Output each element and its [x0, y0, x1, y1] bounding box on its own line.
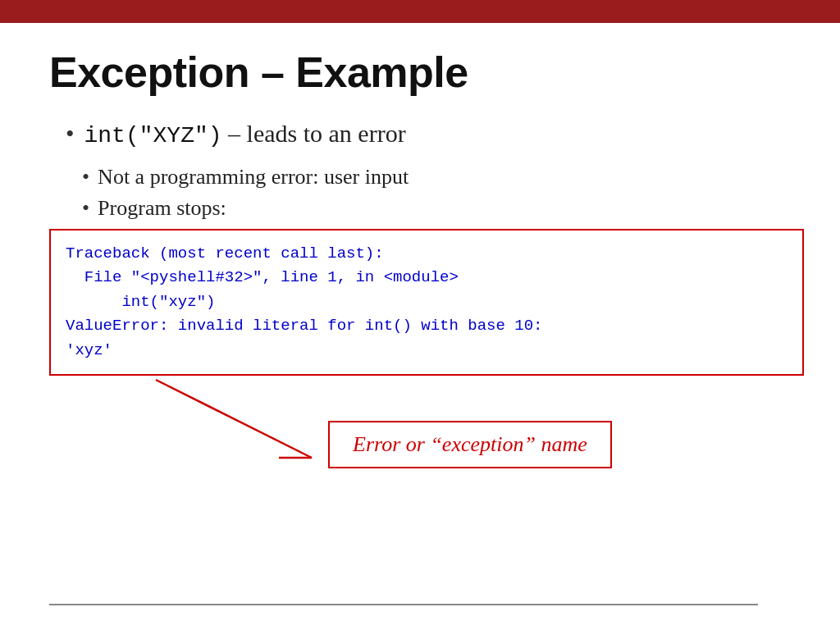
traceback-box: Traceback (most recent call last): File … [49, 229, 804, 376]
bullet-item-1: int("XYZ") – leads to an error [66, 120, 791, 148]
arrow-area: Error or “exception” name [49, 376, 791, 491]
svg-line-0 [156, 380, 312, 458]
sub-bullet-list: Not a programming error: user input Prog… [82, 165, 791, 221]
error-label-box: Error or “exception” name [328, 421, 612, 468]
value-error-line: ValueError: invalid literal for int() wi… [66, 317, 543, 358]
slide-title: Exception – Example [49, 48, 791, 97]
traceback-text: Traceback (most recent call last): File … [66, 242, 788, 363]
traceback-line-1: Traceback (most recent call last): File … [66, 244, 543, 359]
bottom-divider [49, 604, 758, 605]
main-bullet-list: int("XYZ") – leads to an error [66, 120, 791, 148]
error-label-text: Error or “exception” name [353, 432, 587, 456]
sub-bullet-2: Program stops: [82, 196, 791, 221]
code-int-xyz: int("XYZ") [84, 123, 222, 148]
slide-content: Exception – Example int("XYZ") – leads t… [0, 23, 840, 507]
bullet-text-1-suffix: – leads to an error [228, 120, 406, 147]
sub-bullet-1: Not a programming error: user input [82, 165, 791, 189]
bullet-text-1: int("XYZ") – leads to an error [84, 120, 406, 148]
top-bar [0, 0, 840, 23]
